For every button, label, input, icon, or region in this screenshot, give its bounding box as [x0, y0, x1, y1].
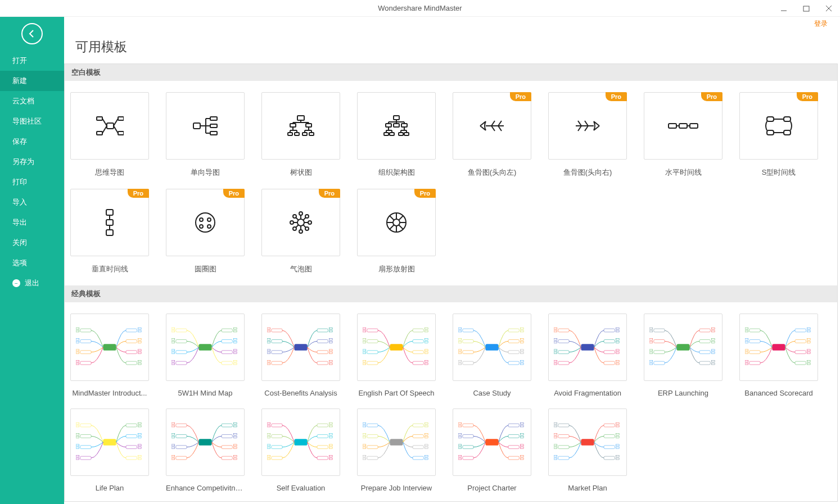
- minimize-button[interactable]: [773, 0, 795, 17]
- svg-rect-298: [749, 361, 760, 365]
- template-card-classic-4[interactable]: Case Study: [453, 314, 531, 397]
- template-scroll[interactable]: 空白模板 思维导图单向导图树状图组织架构图Pro鱼骨图(头向左)Pro鱼骨图(头…: [64, 63, 838, 502]
- sidebar-item-8[interactable]: 导出: [0, 212, 64, 233]
- template-thumb: Pro: [739, 92, 818, 160]
- template-card-blank-5[interactable]: Pro鱼骨图(头向右): [548, 92, 627, 178]
- svg-rect-436: [520, 455, 523, 457]
- svg-rect-152: [233, 328, 237, 329]
- sidebar-item-4[interactable]: 保存: [0, 131, 64, 152]
- svg-rect-378: [329, 425, 332, 427]
- svg-rect-440: [554, 423, 557, 424]
- back-button[interactable]: [0, 17, 64, 51]
- template-card-classic-0[interactable]: MindMaster Introduct...: [70, 314, 149, 397]
- svg-rect-422: [458, 447, 462, 449]
- template-card-blank-6[interactable]: Pro水平时间线: [644, 92, 722, 178]
- svg-rect-233: [520, 349, 523, 351]
- sidebar-item-0[interactable]: 打开: [0, 51, 64, 71]
- template-card-blank-1[interactable]: 单向导图: [166, 92, 245, 178]
- sidebar-item-5[interactable]: 另存为: [0, 152, 64, 172]
- svg-rect-171: [267, 349, 270, 351]
- svg-rect-217: [463, 339, 473, 343]
- sidebar-item-label: 退出: [25, 278, 39, 288]
- svg-rect-296: [745, 349, 748, 351]
- close-button[interactable]: [818, 0, 840, 17]
- svg-rect-346: [171, 444, 175, 446]
- template-card-blank-0[interactable]: 思维导图: [70, 92, 149, 178]
- sidebar-item-9[interactable]: 关闭: [0, 233, 64, 253]
- template-card-classic-1[interactable]: 5W1H Mind Map: [166, 314, 245, 397]
- svg-rect-20: [288, 133, 292, 135]
- pro-badge: Pro: [319, 189, 340, 198]
- template-card-classic-10[interactable]: Self Evaluation: [261, 408, 340, 492]
- template-card-classic-8[interactable]: Life Plan: [70, 408, 149, 492]
- svg-rect-194: [363, 341, 366, 343]
- template-thumb: [548, 314, 627, 381]
- svg-rect-176: [317, 329, 328, 332]
- template-card-classic-7[interactable]: Bananced Scorecard: [739, 314, 818, 397]
- svg-rect-332: [126, 446, 137, 449]
- maximize-button[interactable]: [795, 0, 818, 17]
- svg-rect-272: [649, 352, 653, 354]
- svg-rect-261: [616, 360, 619, 362]
- svg-rect-4: [107, 123, 114, 129]
- sidebar-item-10[interactable]: 选项: [0, 253, 64, 273]
- sidebar-item-3[interactable]: 导图社区: [0, 111, 64, 131]
- template-card-classic-9[interactable]: Enhance Competivitness: [166, 408, 245, 492]
- template-label: Prepare Job Interview: [357, 484, 436, 492]
- svg-rect-326: [126, 424, 137, 427]
- svg-rect-252: [616, 328, 619, 329]
- svg-rect-154: [222, 339, 232, 343]
- svg-rect-301: [795, 329, 806, 332]
- svg-rect-457: [604, 446, 615, 449]
- template-card-blank-11[interactable]: Pro扇形放射图: [357, 189, 436, 274]
- svg-rect-288: [772, 344, 785, 351]
- sidebar-item-1[interactable]: 新建: [0, 71, 64, 91]
- svg-rect-401: [413, 424, 423, 427]
- svg-line-10: [102, 126, 107, 133]
- template-card-blank-4[interactable]: Pro鱼骨图(头向左): [453, 92, 531, 178]
- sidebar-item-6[interactable]: 打印: [0, 172, 64, 192]
- template-card-blank-3[interactable]: 组织架构图: [357, 92, 436, 178]
- template-card-classic-6[interactable]: ERP Launching: [644, 314, 722, 397]
- svg-rect-386: [329, 455, 332, 457]
- svg-rect-327: [138, 423, 141, 424]
- template-card-classic-2[interactable]: Cost-Benefits Analysis: [261, 314, 340, 397]
- login-link[interactable]: 登录: [814, 19, 828, 29]
- svg-rect-273: [654, 361, 665, 365]
- svg-rect-307: [795, 351, 806, 354]
- template-card-classic-5[interactable]: Avoid Fragmentation: [548, 314, 627, 397]
- template-label: Self Evaluation: [261, 484, 340, 492]
- template-card-classic-12[interactable]: Project Charter: [453, 408, 531, 492]
- svg-rect-314: [80, 424, 91, 427]
- svg-rect-246: [554, 349, 557, 351]
- svg-rect-392: [367, 434, 378, 438]
- sidebar-item-7[interactable]: 导入: [0, 192, 64, 212]
- svg-rect-237: [520, 363, 523, 365]
- template-card-blank-10[interactable]: Pro气泡图: [261, 189, 340, 274]
- svg-rect-186: [329, 360, 332, 362]
- svg-rect-36: [394, 116, 399, 120]
- svg-rect-113: [103, 344, 116, 351]
- sidebar-item-2[interactable]: 云文档: [0, 91, 64, 111]
- svg-rect-348: [176, 456, 187, 460]
- svg-point-90: [308, 221, 311, 224]
- template-card-classic-3[interactable]: English Part Of Speech: [357, 314, 436, 397]
- svg-rect-443: [554, 434, 557, 435]
- svg-rect-206: [424, 341, 428, 343]
- template-card-blank-2[interactable]: 树状图: [261, 92, 340, 178]
- svg-rect-208: [424, 349, 428, 351]
- template-card-classic-13[interactable]: Market Plan: [548, 408, 627, 492]
- svg-rect-278: [711, 330, 715, 332]
- sidebar-item-11[interactable]: −退出: [0, 273, 64, 293]
- sidebar-item-label: 关闭: [12, 238, 27, 248]
- svg-rect-190: [363, 328, 366, 329]
- svg-line-64: [585, 121, 588, 126]
- template-card-blank-7[interactable]: ProS型时间线: [739, 92, 818, 178]
- svg-rect-276: [699, 329, 710, 332]
- svg-rect-17: [297, 116, 304, 120]
- template-card-classic-11[interactable]: Prepare Job Interview: [357, 408, 436, 492]
- svg-rect-254: [604, 339, 615, 343]
- template-card-blank-9[interactable]: Pro圆圈图: [166, 189, 245, 274]
- template-card-blank-8[interactable]: Pro垂直时间线: [70, 189, 149, 274]
- svg-rect-172: [267, 352, 270, 354]
